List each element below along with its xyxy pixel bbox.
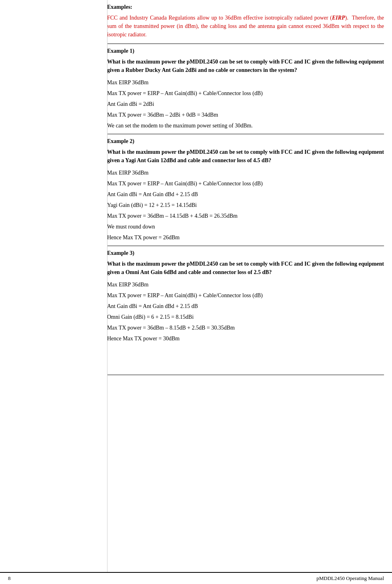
example3-line-1: Max TX power = EIRP – Ant Gain(dBi) + Ca…: [107, 291, 384, 300]
example3-line-0: Max EIRP 36dBm: [107, 280, 384, 289]
example1-line-3: Max TX power = 36dBm – 2dBi + 0dB = 34dB…: [107, 111, 384, 119]
divider-2: [107, 134, 384, 134]
footer-page-number: 8: [8, 575, 11, 582]
example2-heading: Example 2): [107, 138, 384, 145]
example2-line-4: Max TX power = 36dBm – 14.15dB + 4.5dB =…: [107, 212, 384, 220]
example3-line-2: Ant Gain dBi = Ant Gain dBd + 2.15 dB: [107, 302, 384, 310]
example1-line-4: We can set the modem to the maximum powe…: [107, 121, 384, 130]
example2-line-2: Ant Gain dBi = Ant Gain dBd + 2.15 dB: [107, 190, 384, 199]
example1-heading: Example 1): [107, 48, 384, 54]
margin-line: [107, 0, 107, 572]
divider-3: [107, 246, 384, 246]
example1-question: What is the maximum power the pMDDL2450 …: [107, 58, 384, 74]
example3-line-5: Hence Max TX power = 30dBm: [107, 334, 384, 343]
example3-heading: Example 3): [107, 250, 384, 256]
page: Examples: FCC and Industry Canada Regula…: [0, 0, 392, 584]
example2-line-6: Hence Max TX power = 26dBm: [107, 233, 384, 242]
example2-line-3: Yagi Gain (dBi) = 12 + 2.15 = 14.15dBi: [107, 201, 384, 209]
footer: 8 pMDDL2450 Operating Manual: [0, 572, 392, 584]
divider-4: [107, 375, 384, 375]
example1-line-0: Max EIRP 36dBm: [107, 78, 384, 87]
example3-question: What is the maximum power the pMDDL2450 …: [107, 260, 384, 276]
example2-line-1: Max TX power = EIRP – Ant Gain(dBi) + Ca…: [107, 179, 384, 188]
example2-line-0: Max EIRP 36dBm: [107, 169, 384, 177]
example3-line-3: Omni Gain (dBi) = 6 + 2.15 = 8.15dBi: [107, 313, 384, 321]
examples-heading: Examples:: [107, 4, 384, 10]
content-area: Examples: FCC and Industry Canada Regula…: [107, 0, 384, 403]
footer-title: pMDDL2450 Operating Manual: [316, 575, 384, 582]
example1-line-1: Max TX power = EIRP – Ant Gain(dBi) + Ca…: [107, 89, 384, 97]
example2-line-5: We must round down: [107, 222, 384, 231]
divider-1: [107, 44, 384, 44]
example1-line-2: Ant Gain dBi = 2dBi: [107, 100, 384, 108]
example3-line-4: Max TX power = 36dBm – 8.15dB + 2.5dB = …: [107, 324, 384, 332]
red-paragraph: FCC and Industry Canada Regulations allo…: [107, 14, 384, 39]
example2-question: What is the maximum power the pMDDL2450 …: [107, 148, 384, 165]
